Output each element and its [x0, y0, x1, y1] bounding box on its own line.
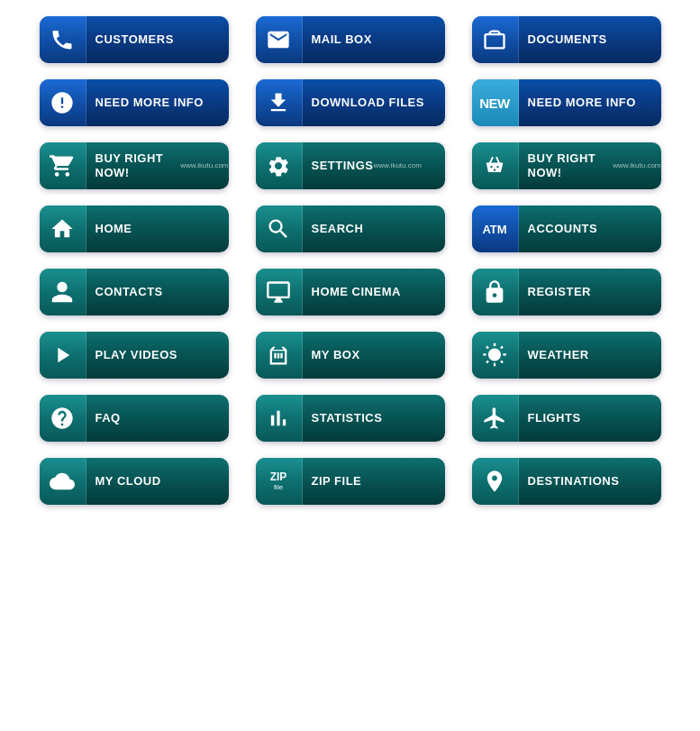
settings-button[interactable]: SETTINGS www.ikutu.com — [256, 142, 445, 189]
house-icon — [40, 206, 86, 252]
destinations-button[interactable]: DESTINATIONS — [472, 458, 661, 505]
play-videos-label: PLAY VIDEOS — [86, 332, 229, 379]
home-label: HOME — [86, 206, 229, 252]
flights-button[interactable]: Flights — [472, 395, 661, 442]
zip-badge-icon: ZIPfile — [256, 458, 303, 505]
person-icon — [40, 269, 86, 315]
briefcase-icon — [472, 16, 519, 63]
download-button[interactable]: DOWNLOAD files — [256, 79, 445, 126]
new-badge-icon: NEW — [472, 79, 519, 126]
faq-button[interactable]: faq — [40, 395, 229, 442]
gear-icon — [256, 142, 303, 189]
zip-file-label: ZIP file — [303, 458, 445, 505]
zip-file-button[interactable]: ZIPfile ZIP file — [256, 458, 445, 505]
need-info-new-label: NEED more info — [519, 79, 661, 126]
register-button[interactable]: REGISTER — [472, 269, 661, 315]
question-icon — [40, 395, 86, 442]
home-cinema-label: HOME cinema — [303, 269, 445, 315]
cloud-icon — [40, 458, 86, 505]
search-button[interactable]: SEARCH — [256, 206, 445, 252]
plane-icon — [472, 395, 519, 442]
mailbox-button[interactable]: MAIL BOX — [256, 16, 445, 63]
documents-label: DOCUMENTS — [519, 16, 661, 63]
download-label: DOWNLOAD files — [303, 79, 445, 126]
settings-label: SETTINGS www.ikutu.com — [303, 142, 445, 189]
button-grid: CUSTOMERS MAIL BOX DOCUMENTS NEED more i… — [22, 0, 679, 521]
customers-button[interactable]: CUSTOMERS — [40, 16, 229, 63]
statistics-button[interactable]: STATISTICS — [256, 395, 445, 442]
weather-label: WEATHER — [519, 332, 661, 379]
download-icon — [256, 79, 303, 126]
accounts-label: ACCOUNTS — [519, 206, 661, 252]
my-box-label: MY box — [303, 332, 445, 379]
play-icon — [40, 332, 86, 379]
my-box-button[interactable]: MY box — [256, 332, 445, 379]
pin-icon — [472, 458, 519, 505]
accounts-button[interactable]: ATM ACCOUNTS — [472, 206, 661, 252]
faq-label: faq — [86, 395, 229, 442]
register-label: REGISTER — [519, 269, 661, 315]
contacts-button[interactable]: CONTACTS — [40, 269, 229, 315]
buy-1-label: BUY right now! www.ikutu.com — [86, 142, 229, 189]
magnifier-icon — [256, 206, 303, 252]
mailbox-label: MAIL BOX — [303, 16, 445, 63]
play-videos-button[interactable]: PLAY VIDEOS — [40, 332, 229, 379]
basket-icon — [472, 142, 519, 189]
box-icon — [256, 332, 303, 379]
documents-button[interactable]: DOCUMENTS — [472, 16, 661, 63]
flights-label: Flights — [519, 395, 661, 442]
statistics-label: STATISTICS — [303, 395, 445, 442]
cart-icon — [40, 142, 86, 189]
atm-badge-icon: ATM — [472, 206, 519, 252]
sun-icon — [472, 332, 519, 379]
search-label: SEARCH — [303, 206, 445, 252]
my-cloud-label: MY CLOUD — [86, 458, 229, 505]
my-cloud-button[interactable]: MY CLOUD — [40, 458, 229, 505]
buy-2-label: BUY right now! www.ikutu.com — [519, 142, 661, 189]
weather-button[interactable]: WEATHER — [472, 332, 661, 379]
mail-icon — [256, 16, 303, 63]
contacts-label: CONTACTS — [86, 269, 229, 315]
need-info-new-button[interactable]: NEW NEED more info — [472, 79, 661, 126]
need-info-1-label: NEED more info — [86, 79, 229, 126]
phone-icon — [40, 16, 86, 63]
barchart-icon — [256, 395, 303, 442]
destinations-label: DESTINATIONS — [519, 458, 661, 505]
home-cinema-button[interactable]: HOME cinema — [256, 269, 445, 315]
home-button[interactable]: HOME — [40, 206, 229, 252]
buy-2-button[interactable]: BUY right now! www.ikutu.com — [472, 142, 661, 189]
exclaim-icon — [40, 79, 86, 126]
need-info-1-button[interactable]: NEED more info — [40, 79, 229, 126]
lock-icon — [472, 269, 519, 315]
monitor-icon — [256, 269, 303, 315]
buy-1-button[interactable]: BUY right now! www.ikutu.com — [40, 142, 229, 189]
customers-label: CUSTOMERS — [86, 16, 229, 63]
